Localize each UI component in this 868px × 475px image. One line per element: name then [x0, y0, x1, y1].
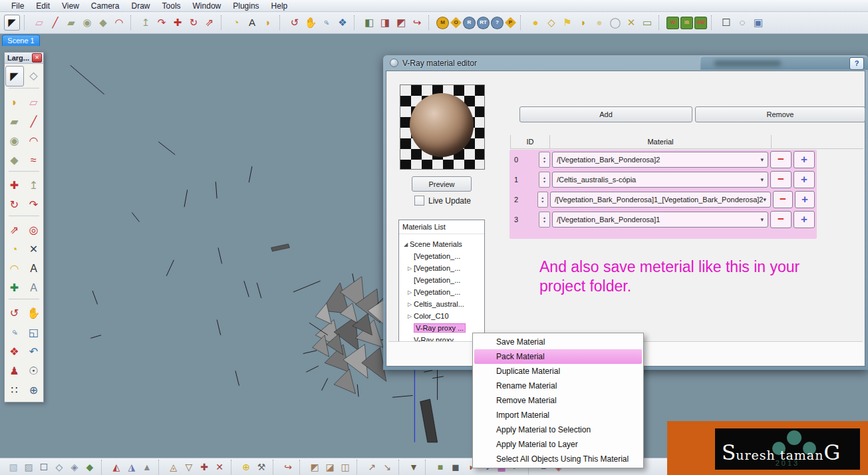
zoom-window-tool[interactable]: ◱ [25, 323, 43, 342]
followme-tool[interactable]: ↷ [25, 195, 43, 214]
tree-toggle-icon[interactable]: ◢ [402, 241, 410, 247]
menu-item-rename-material[interactable]: Rename Material [474, 379, 642, 393]
rectangle-tool[interactable]: ▰ [64, 15, 78, 30]
selection-crossing-icon[interactable]: ◌ [735, 15, 750, 30]
material-dropdown[interactable]: /[Vegetation_Bark_Ponderosa]1_[Vegetatio… [550, 192, 771, 208]
circle-tool[interactable]: ◉ [6, 131, 23, 150]
solid-cube-icon[interactable]: ■ [434, 460, 447, 474]
look-around-tool[interactable]: ☉ [25, 361, 43, 381]
laubwerk-wind-icon[interactable]: W [666, 17, 679, 29]
offset-tool[interactable]: ◎ [25, 220, 43, 239]
zoom-extents-tool[interactable]: ❖ [335, 15, 350, 30]
iso-view-icon[interactable]: ◧ [362, 15, 376, 30]
add-detail-icon[interactable]: ✚ [198, 460, 211, 474]
tape-measure-tool[interactable]: ◔ [229, 15, 243, 30]
arc-tool[interactable]: ◠ [25, 131, 43, 150]
tree-item-material[interactable]: [Vegetation_... [399, 274, 484, 286]
remove-id-button[interactable]: − [770, 211, 792, 228]
select-tool[interactable]: ◤ [4, 15, 20, 31]
vray-options-icon[interactable]: O [450, 17, 462, 29]
remove-id-button[interactable]: − [770, 171, 792, 188]
menu-help[interactable]: Help [265, 1, 294, 11]
tree-item-selected-material[interactable]: V-Ray proxy ... [399, 322, 484, 334]
scale-tool[interactable]: ⇗ [202, 15, 217, 30]
tree-toggle-icon[interactable]: ▷ [406, 289, 414, 295]
dimension-tool[interactable]: ✕ [25, 239, 43, 259]
axes-tool[interactable]: ✚ [6, 278, 23, 297]
line-tool[interactable]: ╱ [25, 112, 43, 131]
make-component-tool[interactable]: ◇ [25, 66, 43, 85]
remove-id-button[interactable]: − [770, 151, 792, 168]
tree-item-material[interactable]: ▷ Color_C10 [399, 310, 484, 322]
remove-id-button[interactable]: − [773, 191, 793, 208]
select-tool[interactable]: ◤ [5, 66, 24, 86]
vray-render-icon[interactable]: R [463, 17, 476, 29]
drape-icon[interactable]: ▽ [182, 460, 196, 474]
ies-light-icon[interactable]: ◯ [608, 15, 623, 30]
style-textured-icon[interactable]: ◆ [83, 460, 96, 474]
section-plane-tool[interactable]: ⊕ [25, 381, 43, 400]
export-2d-icon[interactable]: ↪ [410, 15, 424, 30]
previous-view-tool[interactable]: ↶ [25, 342, 43, 361]
vray-help-icon[interactable]: ? [491, 17, 504, 29]
front-view-icon[interactable]: ◨ [378, 15, 392, 30]
omni-light-icon[interactable]: ● [528, 15, 543, 30]
eraser-tool[interactable]: ▱ [32, 15, 47, 30]
toolbox-icon[interactable]: ⚒ [255, 460, 268, 474]
rotate-tool[interactable]: ↻ [186, 15, 201, 30]
menu-file[interactable]: File [5, 1, 30, 11]
tree-toggle-icon[interactable]: ▷ [406, 301, 414, 307]
pencil-tool[interactable]: ╱ [48, 15, 63, 30]
polygon-tool[interactable]: ◆ [96, 15, 110, 30]
dome-light-icon[interactable]: ◗ [576, 15, 591, 30]
compass-icon[interactable]: ⊕ [239, 460, 253, 474]
menu-plugins[interactable]: Plugins [227, 1, 265, 11]
id-spinner[interactable]: ▴▾ [539, 172, 550, 188]
text-tool[interactable]: A [25, 259, 43, 278]
unweld-icon[interactable]: ↘ [380, 460, 394, 474]
position-camera-tool[interactable]: ♟ [6, 361, 23, 381]
remove-button[interactable]: Remove [695, 106, 865, 122]
style-shaded-icon[interactable]: ◈ [68, 460, 81, 474]
mesh-light-icon[interactable]: ✕ [624, 15, 639, 30]
tree-item-material[interactable]: ▷ [Vegetation_... [399, 262, 484, 274]
spot-light-icon[interactable]: ⚑ [560, 15, 575, 30]
move-tool[interactable]: ✚ [6, 176, 23, 195]
tree-item-material[interactable]: [Vegetation_... [399, 250, 484, 262]
followme-tool[interactable]: ↷ [154, 15, 169, 30]
orbit-tool[interactable]: ↺ [287, 15, 302, 30]
component-options-icon[interactable]: ▣ [751, 15, 766, 30]
background-window-title-bar[interactable]: ? [700, 56, 868, 70]
style-hidden-line-icon[interactable]: ◇ [53, 460, 66, 474]
polygon-tool[interactable]: ◆ [6, 150, 23, 170]
roof-tool-a-icon[interactable]: ◩ [308, 460, 321, 474]
palette-title-bar[interactable]: Larg... ✕ [5, 53, 43, 64]
text-tool[interactable]: A [245, 15, 259, 30]
menu-tools[interactable]: Tools [156, 1, 187, 11]
add-button[interactable]: Add [519, 106, 692, 122]
id-spinner[interactable]: ▴▾ [537, 192, 548, 208]
menu-view[interactable]: View [56, 1, 85, 11]
preview-button[interactable]: Preview [412, 176, 472, 192]
menu-draw[interactable]: Draw [126, 1, 156, 11]
laubwerk-gw-icon[interactable]: GW [694, 17, 707, 29]
infinite-plane-icon[interactable]: ▭ [640, 15, 654, 30]
menu-camera[interactable]: Camera [85, 1, 126, 11]
material-dropdown[interactable]: /[Vegetation_Bark_Ponderosa]1 ▾ [552, 212, 768, 228]
pushpull-tool[interactable]: ↥ [138, 15, 153, 30]
pan-tool[interactable]: ✋ [25, 303, 43, 323]
selection-window-icon[interactable]: ☐ [719, 15, 734, 30]
pushpull-tool[interactable]: ↥ [25, 176, 43, 195]
dark-cube-icon[interactable]: ◼ [449, 460, 462, 474]
menu-item-select-all-objects[interactable]: Select All Objects Using This Material [474, 452, 642, 466]
tree-item-material[interactable]: ▷ [Vegetation_... [399, 286, 484, 298]
menu-item-apply-material-to-layer[interactable]: Apply Material to Layer [474, 437, 642, 452]
eraser-tool[interactable]: ▱ [25, 92, 43, 112]
freehand-tool[interactable]: ≈ [25, 150, 43, 170]
menu-item-remove-material[interactable]: Remove Material [474, 393, 642, 408]
3d-text-tool[interactable]: A [25, 278, 43, 297]
tree-toggle-icon[interactable]: ▷ [406, 313, 414, 319]
zoom-tool[interactable]: ♀ [316, 12, 337, 33]
help-button[interactable]: ? [849, 57, 864, 70]
menu-item-pack-material[interactable]: Pack Material [474, 349, 642, 364]
